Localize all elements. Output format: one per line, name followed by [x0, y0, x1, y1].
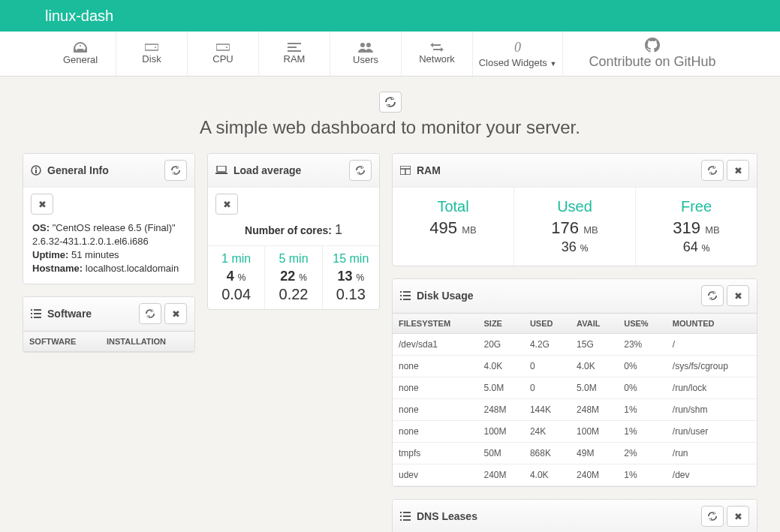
close-icon: ✖ [38, 199, 47, 210]
svg-rect-25 [400, 295, 402, 296]
nav-cpu[interactable]: CPU [188, 32, 259, 76]
table-cell: 24K [524, 421, 571, 443]
software-table: SOFTWAREINSTALLATION [23, 331, 194, 352]
table-cell: 4.0K [571, 356, 618, 377]
svg-rect-13 [34, 309, 41, 311]
svg-rect-30 [403, 512, 411, 513]
svg-rect-34 [403, 519, 411, 521]
table-header: SOFTWARE [23, 332, 101, 352]
main-nav: General Disk CPU RAM Users Network 0 Clo… [0, 32, 780, 77]
ram-used-cell: Used 176 MB 36 % [514, 188, 636, 266]
svg-rect-4 [288, 43, 301, 44]
svg-rect-12 [31, 309, 32, 311]
hdd-icon [145, 43, 158, 52]
general-info-close-button[interactable]: ✖ [31, 194, 53, 215]
refresh-icon [708, 291, 717, 300]
nav-closed-widgets[interactable]: 0 Closed Widgets ▼ [473, 32, 563, 76]
table-row: none5.0M05.0M0%/run/lock [393, 377, 757, 399]
ram-free-value: 319 [673, 218, 700, 237]
svg-point-1 [155, 47, 156, 48]
ram-used-label: Used [517, 198, 632, 215]
table-cell: none [393, 421, 478, 443]
table-cell: 0% [618, 377, 667, 399]
list-icon [400, 291, 411, 300]
table-cell: 4.2G [524, 334, 571, 356]
table-header: FILESYSTEM [393, 314, 478, 334]
svg-rect-15 [34, 313, 41, 314]
table-cell: 4.0K [524, 464, 571, 486]
svg-rect-17 [34, 317, 41, 318]
svg-rect-2 [216, 44, 230, 50]
close-icon: ✖ [223, 199, 231, 210]
dashboard-icon [74, 42, 87, 53]
nav-disk-label: Disk [142, 53, 161, 65]
tasks-icon [288, 43, 301, 52]
disk-close-button[interactable]: ✖ [727, 285, 749, 306]
table-cell: 0 [524, 356, 571, 377]
table-cell: 248M [571, 399, 618, 421]
list-icon [31, 309, 41, 318]
load-cell: 15 min13 %0.13 [323, 246, 379, 309]
users-icon [358, 42, 373, 53]
table-cell: 15G [571, 334, 618, 356]
panel-load-title: Load average [233, 164, 301, 176]
load-refresh-button[interactable] [349, 160, 372, 181]
panel-general-info-title: General Info [47, 164, 109, 176]
svg-rect-32 [403, 515, 411, 517]
nav-contribute-label: Contribute on GitHub [589, 54, 715, 70]
ram-free-pct: 64 [683, 239, 698, 254]
ram-total-value: 495 [429, 218, 457, 237]
table-row: none4.0K04.0K0%/sys/fs/cgroup [393, 356, 757, 377]
table-header: AVAIL [571, 314, 618, 334]
nav-network[interactable]: Network [402, 32, 473, 76]
software-close-button[interactable]: ✖ [164, 303, 187, 324]
nav-disk[interactable]: Disk [116, 32, 188, 76]
panel-software-title: Software [47, 308, 92, 320]
table-cell: 144K [524, 399, 571, 421]
load-pct: 4 % [211, 269, 261, 284]
github-icon [645, 38, 660, 53]
panel-ram-title: RAM [417, 164, 441, 176]
global-refresh-button[interactable] [379, 92, 402, 113]
ram-used-value: 176 [551, 218, 579, 237]
nav-contribute[interactable]: Contribute on GitHub [570, 32, 735, 76]
panel-load-average: Load average ✖ Number of cores: 1 1 min4… [207, 153, 380, 310]
close-icon: ✖ [172, 308, 180, 320]
panel-dns-title: DNS Leases [417, 510, 477, 522]
load-pct: 13 % [326, 269, 376, 284]
refresh-icon [146, 309, 155, 318]
table-cell: 0% [618, 356, 667, 377]
kernel-value: 2.6.32-431.1.2.0.1.el6.i686 [32, 236, 185, 247]
svg-rect-27 [400, 299, 402, 300]
uptime-label: Uptime: [32, 249, 68, 260]
table-cell: 1% [618, 464, 667, 486]
ram-refresh-button[interactable] [701, 160, 724, 181]
table-cell: 240M [478, 464, 524, 486]
table-cell: 5.0M [571, 377, 618, 399]
table-cell: none [393, 356, 478, 377]
panel-disk-usage: Disk Usage ✖ FILESYSTEMSIZEUSEDAVAILUSE%… [392, 278, 757, 487]
panel-software: Software ✖ SOFTWAREINSTALLATION [23, 296, 195, 353]
ram-used-pct: 36 [562, 239, 577, 254]
software-refresh-button[interactable] [139, 303, 161, 324]
table-header: INSTALLATION [101, 332, 194, 352]
general-info-refresh-button[interactable] [164, 160, 187, 181]
italic-icon: 0 [514, 40, 521, 56]
nav-network-label: Network [419, 53, 455, 65]
dns-close-button[interactable]: ✖ [727, 506, 749, 527]
load-close-button[interactable]: ✖ [215, 194, 238, 215]
svg-rect-6 [288, 50, 301, 52]
ram-close-button[interactable]: ✖ [727, 160, 749, 181]
nav-general[interactable]: General [45, 32, 116, 76]
nav-ram[interactable]: RAM [259, 32, 330, 76]
table-cell: 2% [618, 443, 667, 464]
svg-rect-33 [400, 519, 402, 521]
table-cell: /run [667, 443, 757, 464]
table-cell: 50M [478, 443, 524, 464]
load-raw: 0.04 [211, 286, 261, 303]
disk-refresh-button[interactable] [701, 285, 724, 306]
dns-refresh-button[interactable] [701, 506, 724, 527]
nav-users[interactable]: Users [330, 32, 402, 76]
table-cell: /run/shm [667, 399, 757, 421]
table-row: none100M24K100M1%/run/user [393, 421, 757, 443]
